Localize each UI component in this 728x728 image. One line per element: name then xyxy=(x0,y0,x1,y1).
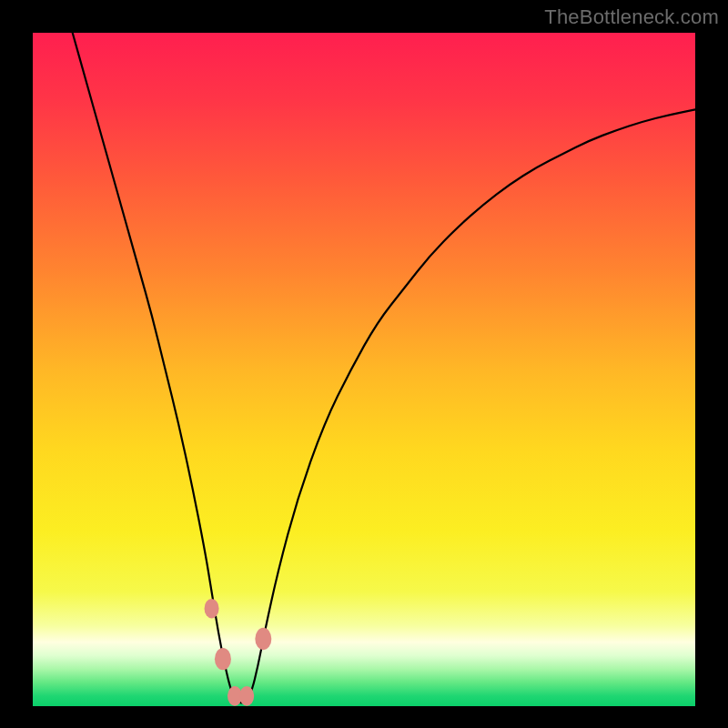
marker-left-upper xyxy=(205,599,219,619)
plot-area xyxy=(33,33,695,706)
curve-layer xyxy=(33,33,695,706)
marker-bottom-2 xyxy=(239,686,254,706)
bottleneck-curve xyxy=(73,33,695,703)
chart-frame: TheBottleneck.com xyxy=(0,0,728,728)
watermark-text: TheBottleneck.com xyxy=(544,5,719,29)
marker-right xyxy=(255,628,271,650)
marker-left-lower xyxy=(215,648,231,670)
